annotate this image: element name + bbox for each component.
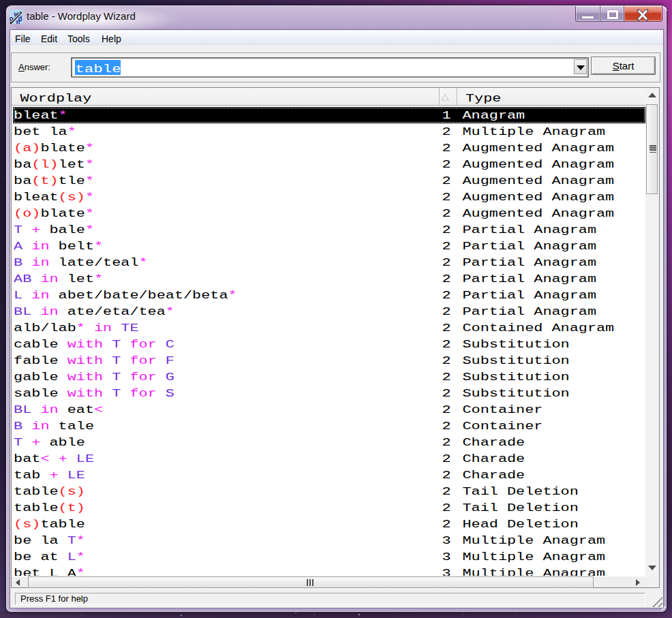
svg-text:p: p [16, 19, 20, 24]
